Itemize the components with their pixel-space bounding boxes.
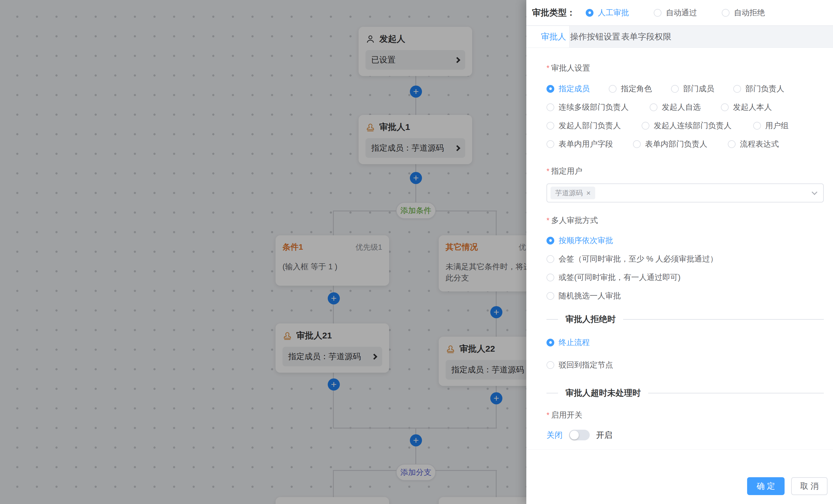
radio-terminate-process[interactable]: 终止流程 (547, 337, 590, 348)
switch-on-label: 开启 (596, 430, 612, 440)
radio-label: 自动通过 (666, 7, 697, 18)
approval-type-label: 审批类型： (532, 7, 575, 19)
radio-icon (650, 103, 658, 111)
panel-body[interactable]: * 审批人设置 指定成员 指定角色 部门成员 部门负责人 连续多级部门负责人 发… (526, 48, 833, 449)
radio-or-sign[interactable]: 或签(可同时审批，有一人通过即可) (547, 272, 681, 282)
reject-option: 终止流程 (547, 337, 824, 348)
radio-assign-member[interactable]: 指定成员 (547, 83, 609, 94)
radio-initiator-dept-leader[interactable]: 发起人部门负责人 (547, 120, 642, 131)
section-divider: 审批人超时未处理时 (547, 388, 824, 398)
required-asterisk: * (547, 166, 549, 176)
approval-type-row: 审批类型： 人工审批 自动通过 自动拒绝 (526, 0, 833, 25)
radio-label: 自动拒绝 (734, 7, 765, 18)
tab-form-field-permissions[interactable]: 表单字段权限 (621, 26, 672, 48)
cancel-button[interactable]: 取 消 (791, 477, 828, 495)
radio-icon (633, 140, 641, 148)
radio-initiator-self[interactable]: 发起人本人 (721, 102, 772, 112)
panel-tabs: 审批人 操作按钮设置 表单字段权限 (526, 25, 833, 48)
enable-toggle[interactable] (569, 430, 590, 440)
multi-approve-label: * 多人审批方式 (547, 215, 824, 226)
approver-setting-label: * 审批人设置 (547, 63, 824, 73)
radio-form-dept-leader[interactable]: 表单内部门负责人 (633, 139, 728, 149)
radio-icon (642, 122, 649, 130)
radio-icon (671, 85, 679, 93)
required-asterisk: * (547, 410, 549, 420)
radio-icon (547, 292, 554, 300)
radio-icon (547, 339, 554, 347)
radio-icon (586, 9, 593, 17)
radio-form-user-field[interactable]: 表单内用户字段 (547, 139, 633, 149)
radio-icon (654, 9, 662, 17)
switch-off-label: 关闭 (547, 430, 563, 440)
radio-icon (728, 140, 736, 148)
tab-action-buttons[interactable]: 操作按钮设置 (570, 26, 621, 48)
radio-auto-reject[interactable]: 自动拒绝 (722, 7, 765, 18)
tag-close-icon[interactable]: × (586, 189, 591, 197)
radio-icon (547, 361, 554, 369)
radio-initiator-multi-dept-leader[interactable]: 发起人连续部门负责人 (642, 120, 753, 131)
radio-icon (547, 122, 554, 130)
required-asterisk: * (547, 215, 549, 226)
enable-switch-label: * 启用开关 (547, 410, 824, 420)
tab-approver[interactable]: 审批人 (538, 26, 570, 48)
radio-icon (547, 237, 554, 245)
enable-switch-row: 关闭 开启 (547, 429, 824, 442)
approver-settings-panel: 审批类型： 人工审批 自动通过 自动拒绝 审批人 操作按钮设置 表单字段权限 * (526, 0, 833, 504)
approver-setting-row: 表单内用户字段 表单内部门负责人 流程表达式 (547, 138, 824, 150)
multi-approve-option: 会签（可同时审批，至少 % 人必须审批通过） (547, 253, 824, 265)
radio-user-group[interactable]: 用户组 (753, 120, 789, 131)
assign-user-select[interactable]: 芋道源码 × (547, 183, 824, 202)
approver-setting-row: 指定成员 指定角色 部门成员 部门负责人 (547, 83, 824, 95)
user-tag: 芋道源码 × (550, 186, 595, 199)
radio-dept-member[interactable]: 部门成员 (671, 83, 733, 94)
user-tag-text: 芋道源码 (555, 188, 583, 198)
multi-approve-option: 按顺序依次审批 (547, 235, 824, 246)
radio-icon (722, 9, 730, 17)
approver-setting-row: 发起人部门负责人 发起人连续部门负责人 用户组 (547, 120, 824, 131)
tab-spacer (526, 26, 538, 48)
radio-icon (609, 85, 617, 93)
radio-multi-level-dept-leader[interactable]: 连续多级部门负责人 (547, 102, 650, 112)
reject-option: 驳回到指定节点 (547, 359, 824, 371)
chevron-down-icon (812, 189, 817, 195)
radio-assign-role[interactable]: 指定角色 (609, 83, 671, 94)
reject-section-title: 审批人拒绝时 (558, 313, 623, 325)
radio-icon (547, 274, 554, 281)
radio-icon (721, 103, 729, 111)
radio-return-to-node[interactable]: 驳回到指定节点 (547, 360, 613, 370)
radio-icon (547, 103, 554, 111)
radio-icon (753, 122, 761, 130)
radio-sequential-approve[interactable]: 按顺序依次审批 (547, 235, 613, 246)
multi-approve-option: 随机挑选一人审批 (547, 290, 824, 302)
multi-approve-option: 或签(可同时审批，有一人通过即可) (547, 272, 824, 283)
radio-dept-leader[interactable]: 部门负责人 (733, 83, 784, 94)
timeout-section-title: 审批人超时未处理时 (558, 387, 648, 399)
assign-user-label: * 指定用户 (547, 166, 824, 176)
section-divider: 审批人拒绝时 (547, 314, 824, 325)
confirm-button[interactable]: 确 定 (747, 477, 785, 495)
approver-setting-row: 连续多级部门负责人 发起人自选 发起人本人 (547, 101, 824, 113)
radio-auto-approve[interactable]: 自动通过 (654, 7, 697, 18)
radio-icon (547, 255, 554, 263)
radio-countersign[interactable]: 会签（可同时审批，至少 % 人必须审批通过） (547, 254, 718, 264)
toggle-knob (570, 431, 579, 439)
radio-icon (547, 85, 554, 93)
radio-manual-approval[interactable]: 人工审批 (586, 7, 629, 18)
radio-icon (547, 140, 554, 148)
panel-footer: 确 定 取 消 (526, 449, 833, 504)
radio-process-expression[interactable]: 流程表达式 (728, 139, 779, 149)
radio-initiator-choose[interactable]: 发起人自选 (650, 102, 721, 112)
radio-label: 人工审批 (598, 7, 629, 18)
radio-icon (733, 85, 741, 93)
radio-random-one[interactable]: 随机挑选一人审批 (547, 291, 621, 301)
required-asterisk: * (547, 63, 549, 73)
